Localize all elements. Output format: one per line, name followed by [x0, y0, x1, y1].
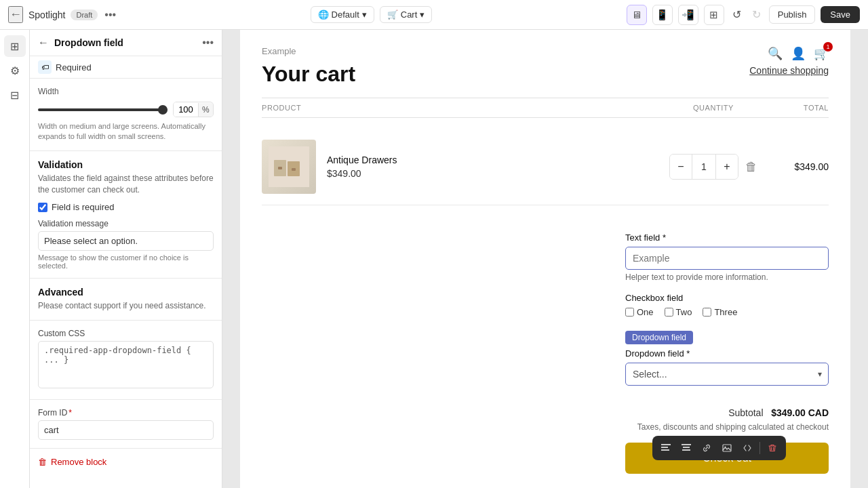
continue-shopping-link[interactable]: Continue shopping: [749, 65, 829, 76]
checkbox-one-label: One: [637, 307, 654, 317]
draft-badge: Draft: [71, 9, 98, 20]
width-input[interactable]: 100: [174, 102, 198, 117]
qty-value: 1: [692, 155, 716, 179]
required-label: Required: [56, 62, 92, 73]
validation-desc: Validates the field against these attrib…: [38, 173, 214, 196]
validation-section: Validation Validates the field against t…: [30, 151, 222, 279]
tablet-view-button[interactable]: 📱: [652, 5, 673, 25]
validation-title: Validation: [38, 159, 214, 170]
app-name-label: Spotlight: [28, 9, 65, 20]
publish-button[interactable]: Publish: [769, 5, 816, 24]
cart-icon-page[interactable]: 🛒 1: [814, 46, 829, 61]
main-area: ⊞ ⚙ ⊟ ← Dropdown field ••• 🏷 Required Wi…: [0, 30, 868, 488]
top-nav: ← Spotlight Draft ••• 🌐 Default ▾ 🛒 Cart…: [0, 0, 868, 30]
sidebar-icon-bar: ⊞ ⚙ ⊟: [0, 30, 30, 488]
product-price: $349.00: [327, 168, 397, 179]
svg-rect-3: [278, 167, 282, 169]
svg-rect-11: [723, 445, 731, 451]
product-img-placeholder: [262, 140, 316, 194]
checkbox-one[interactable]: [625, 308, 634, 317]
nav-more-button[interactable]: •••: [104, 9, 116, 21]
product-col: Antique Drawers $349.00: [262, 140, 666, 194]
width-unit: %: [198, 103, 213, 117]
sidebar-layout-icon[interactable]: ⊞: [4, 35, 26, 57]
dropdown-field-label: Dropdown field *: [625, 348, 829, 359]
validation-msg-label: Validation message: [38, 219, 214, 228]
validation-msg-input[interactable]: [38, 231, 214, 251]
chevron-down-icon: ▾: [420, 9, 425, 20]
tax-note: Taxes, discounts and shipping calculated…: [637, 422, 829, 432]
qty-decrease-button[interactable]: −: [670, 155, 692, 179]
redo-button[interactable]: ↻: [749, 5, 764, 24]
checkbox-option-three[interactable]: Three: [703, 307, 737, 317]
checkbox-three-label: Three: [714, 307, 737, 317]
total-col-header: TOTAL: [761, 104, 829, 112]
default-theme-button[interactable]: 🌐 Default ▾: [311, 6, 374, 23]
dropdown-select[interactable]: Select...: [625, 363, 829, 386]
dropdown-wrapper: Select... ▾: [625, 363, 829, 386]
sidebar-settings-icon[interactable]: ⚙: [4, 60, 26, 81]
width-row: 100 %: [38, 102, 214, 117]
total-col: $349.00: [761, 161, 829, 172]
cart-label: Cart: [401, 9, 418, 20]
toolbar-divider: [760, 442, 760, 454]
delete-item-button[interactable]: 🗑: [745, 160, 757, 174]
dropdown-tooltip: Dropdown field: [625, 331, 693, 344]
required-star: *: [68, 408, 72, 418]
toolbar-image-button[interactable]: [717, 439, 736, 458]
sidebar-blocks-icon[interactable]: ⊟: [4, 84, 26, 106]
cart-header-row: PRODUCT QUANTITY TOTAL: [262, 98, 829, 118]
cart-button[interactable]: 🛒 Cart ▾: [380, 6, 433, 23]
svg-rect-10: [682, 449, 690, 451]
nav-back-button[interactable]: ←: [8, 6, 23, 23]
canvas-area: 🔍 👤 🛒 1 Example Your cart Continue shopp…: [222, 30, 868, 488]
checkbox-options: One Two Three: [625, 307, 829, 317]
toolbar-align-left-button[interactable]: [656, 439, 675, 458]
more-options-button[interactable]: ⊞: [704, 5, 724, 25]
text-field-helper: Helper text to provide more information.: [625, 272, 829, 282]
panel-menu-button[interactable]: •••: [202, 37, 214, 49]
svg-rect-7: [661, 449, 669, 451]
checkbox-three[interactable]: [703, 308, 711, 317]
advanced-title: Advanced: [38, 287, 214, 298]
chevron-down-icon: ▾: [362, 9, 367, 20]
desktop-view-button[interactable]: 🖥: [627, 5, 647, 25]
svg-rect-9: [683, 447, 690, 448]
panel-back-button[interactable]: ←: [38, 37, 49, 49]
save-button[interactable]: Save: [821, 6, 860, 23]
search-icon[interactable]: 🔍: [768, 46, 783, 61]
qty-increase-button[interactable]: +: [716, 155, 738, 179]
text-field-input[interactable]: [625, 247, 829, 270]
toolbar-link-button[interactable]: [697, 439, 716, 458]
cart-item-row: Antique Drawers $349.00 − 1 + 🗑 $349.00: [262, 129, 829, 205]
example-label: Example: [262, 46, 829, 56]
field-required-checkbox[interactable]: [38, 203, 47, 212]
form-id-input[interactable]: [38, 420, 214, 440]
product-name: Antique Drawers: [327, 155, 397, 165]
nav-center: 🌐 Default ▾ 🛒 Cart ▾: [121, 6, 621, 23]
advanced-section: Advanced Please contact support if you n…: [30, 279, 222, 321]
account-icon[interactable]: 👤: [791, 46, 806, 61]
checkbox-option-two[interactable]: Two: [665, 307, 692, 317]
toolbar-delete-button[interactable]: [763, 439, 782, 458]
checkbox-two[interactable]: [665, 308, 673, 317]
field-required-checkbox-label: Field is required: [52, 202, 115, 212]
width-label: Width: [38, 87, 214, 96]
custom-css-textarea[interactable]: .required-app-dropdown-field { ... }: [38, 341, 214, 388]
mobile-view-button[interactable]: 📲: [678, 5, 698, 25]
svg-rect-6: [661, 447, 668, 448]
toolbar-code-button[interactable]: [738, 439, 757, 458]
required-icon: 🏷: [38, 60, 52, 74]
panel-header: ← Dropdown field •••: [30, 30, 222, 56]
checkbox-field-label: Checkbox field: [625, 293, 829, 303]
toolbar-align-center-button[interactable]: [677, 439, 696, 458]
quantity-col-header: QUANTITY: [666, 104, 761, 112]
left-panel: ← Dropdown field ••• 🏷 Required Width 10…: [30, 30, 222, 488]
checkbox-option-one[interactable]: One: [625, 307, 654, 317]
text-field-label: Text field *: [625, 232, 829, 243]
width-slider[interactable]: [38, 108, 167, 111]
remove-block-button[interactable]: 🗑 Remove block: [30, 449, 222, 475]
undo-button[interactable]: ↺: [730, 5, 744, 24]
subtotal-label: Subtotal: [728, 407, 763, 418]
cart-title: Your cart: [262, 62, 829, 87]
